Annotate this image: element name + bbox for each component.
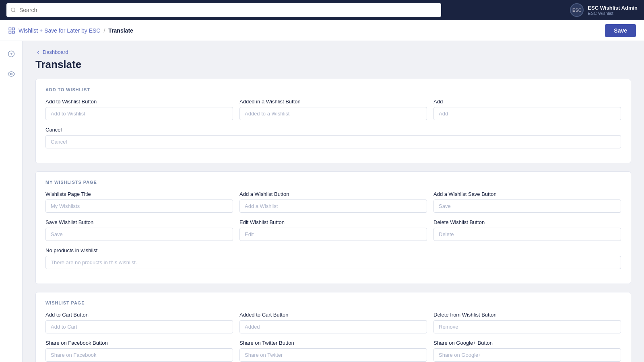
field-delete-wishlist-btn: Delete Wishlist Button [433, 219, 621, 241]
input-share-twitter-btn[interactable] [239, 348, 427, 362]
input-cancel-button[interactable] [45, 135, 621, 148]
back-link[interactable]: Dashboard [35, 49, 631, 55]
page-title: Translate [35, 58, 631, 71]
field-add-button: Add [433, 99, 621, 120]
label-cancel-button: Cancel [45, 127, 621, 133]
svg-rect-4 [9, 31, 11, 33]
breadcrumb-app-name[interactable]: Wishlist + Save for Later by ESC [19, 27, 100, 34]
input-add-wishlist-save-btn[interactable] [433, 200, 621, 213]
section-title-add-wishlist: ADD TO WISHLIST [45, 87, 621, 92]
input-edit-wishlist-btn[interactable] [239, 228, 427, 241]
my-wishlists-section: MY WISHLISTS PAGE Wishlists Page Title A… [35, 171, 631, 284]
section-title-wishlist-page: WISHLIST PAGE [45, 300, 621, 305]
user-area: ESC ESC Wishlist Admin ESC Wishlist [570, 3, 638, 17]
field-add-cart-btn: Add to Cart Button [45, 312, 233, 333]
svg-rect-3 [12, 28, 14, 30]
svg-point-0 [11, 8, 15, 12]
search-input[interactable] [19, 7, 437, 13]
label-wishlists-page-title: Wishlists Page Title [45, 191, 233, 197]
field-share-facebook-btn: Share on Facebook Button [45, 340, 233, 362]
my-wishlists-row3: No products in wishlist [45, 247, 621, 269]
field-share-googleplus-btn: Share on Google+ Button [433, 340, 621, 362]
top-navigation: ESC ESC Wishlist Admin ESC Wishlist [0, 0, 644, 20]
label-no-products: No products in wishlist [45, 247, 621, 253]
label-delete-wishlist-btn: Delete Wishlist Button [433, 219, 621, 225]
input-save-wishlist-btn[interactable] [45, 228, 233, 241]
field-share-twitter-btn: Share on Twitter Button [239, 340, 427, 362]
main-content: Dashboard Translate ADD TO WISHLIST Add … [23, 41, 644, 362]
wishlist-page-row1: Add to Cart Button Added to Cart Button … [45, 312, 621, 333]
avatar: ESC [570, 3, 584, 17]
input-wishlists-page-title[interactable] [45, 200, 233, 213]
chevron-left-icon [35, 49, 41, 55]
field-cancel-button: Cancel [45, 127, 621, 148]
label-save-wishlist-btn: Save Wishlist Button [45, 219, 233, 225]
breadcrumb-current: Translate [108, 27, 133, 34]
field-add-wishlist-button: Add to Wishlist Button [45, 99, 233, 120]
user-sub: ESC Wishlist [588, 11, 638, 16]
fields-row-1: Add to Wishlist Button Added in a Wishli… [45, 99, 621, 120]
wishlist-page-section: WISHLIST PAGE Add to Cart Button Added t… [35, 292, 631, 362]
section-title-my-wishlists: MY WISHLISTS PAGE [45, 180, 621, 185]
my-wishlists-row1: Wishlists Page Title Add a Wishlist Butt… [45, 191, 621, 213]
input-add-button[interactable] [433, 107, 621, 120]
label-add-wishlist-button: Add to Wishlist Button [45, 99, 233, 105]
input-add-wishlist-btn[interactable] [239, 200, 427, 213]
user-info: ESC Wishlist Admin ESC Wishlist [588, 5, 638, 16]
field-edit-wishlist-btn: Edit Wishlist Button [239, 219, 427, 241]
input-share-facebook-btn[interactable] [45, 348, 233, 362]
field-add-wishlist-save-btn: Add a Wishlist Save Button [433, 191, 621, 213]
app-icon [8, 27, 15, 34]
label-add-button: Add [433, 99, 621, 105]
search-icon [10, 7, 16, 13]
label-add-wishlist-save-btn: Add a Wishlist Save Button [433, 191, 621, 197]
save-button[interactable]: Save [605, 24, 636, 37]
input-no-products[interactable] [45, 256, 621, 269]
label-share-facebook-btn: Share on Facebook Button [45, 340, 233, 346]
add-to-wishlist-section: ADD TO WISHLIST Add to Wishlist Button A… [35, 79, 631, 163]
breadcrumb-separator: / [103, 27, 105, 34]
label-edit-wishlist-btn: Edit Wishlist Button [239, 219, 427, 225]
field-wishlists-page-title: Wishlists Page Title [45, 191, 233, 213]
eye-icon[interactable] [5, 68, 18, 80]
input-share-googleplus-btn[interactable] [433, 348, 621, 362]
breadcrumb-bar: Wishlist + Save for Later by ESC / Trans… [0, 20, 644, 41]
input-add-wishlist-button[interactable] [45, 107, 233, 120]
search-bar [6, 3, 441, 17]
my-wishlists-row2: Save Wishlist Button Edit Wishlist Butto… [45, 219, 621, 241]
svg-point-9 [10, 73, 12, 75]
svg-rect-2 [9, 28, 11, 30]
input-added-cart-btn[interactable] [239, 320, 427, 333]
label-share-googleplus-btn: Share on Google+ Button [433, 340, 621, 346]
field-added-wishlist-button: Added in a Wishlist Button [239, 99, 427, 120]
label-add-wishlist-btn: Add a Wishlist Button [239, 191, 427, 197]
input-added-wishlist-button[interactable] [239, 107, 427, 120]
label-add-cart-btn: Add to Cart Button [45, 312, 233, 318]
input-add-cart-btn[interactable] [45, 320, 233, 333]
field-save-wishlist-btn: Save Wishlist Button [45, 219, 233, 241]
field-added-cart-btn: Added to Cart Button [239, 312, 427, 333]
label-delete-wishlist-btn2: Delete from Wishlist Button [433, 312, 621, 318]
back-link-label: Dashboard [43, 49, 68, 55]
fields-row-cancel: Cancel [45, 127, 621, 148]
svg-rect-5 [12, 31, 14, 33]
label-added-wishlist-button: Added in a Wishlist Button [239, 99, 427, 105]
plus-icon[interactable] [5, 47, 18, 60]
user-name: ESC Wishlist Admin [588, 5, 638, 11]
wishlist-page-row2: Share on Facebook Button Share on Twitte… [45, 340, 621, 362]
field-delete-wishlist-btn2: Delete from Wishlist Button [433, 312, 621, 333]
field-no-products: No products in wishlist [45, 247, 621, 269]
field-add-wishlist-btn: Add a Wishlist Button [239, 191, 427, 213]
label-share-twitter-btn: Share on Twitter Button [239, 340, 427, 346]
sidebar [0, 41, 23, 362]
input-delete-wishlist-btn[interactable] [433, 228, 621, 241]
svg-line-1 [14, 11, 16, 12]
breadcrumb: Wishlist + Save for Later by ESC / Trans… [8, 27, 133, 34]
input-delete-wishlist-btn2[interactable] [433, 320, 621, 333]
label-added-cart-btn: Added to Cart Button [239, 312, 427, 318]
